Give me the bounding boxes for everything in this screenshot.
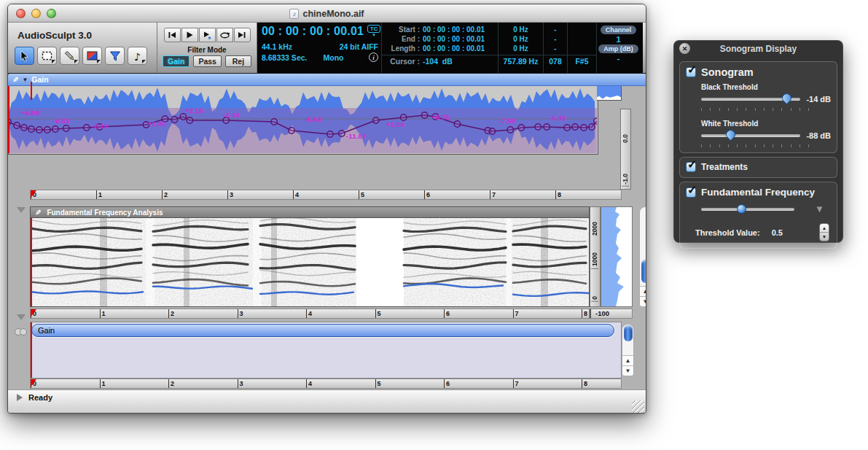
gain-breakpoint[interactable] xyxy=(507,127,513,133)
gain-breakpoint[interactable] xyxy=(400,115,406,120)
slider-thumb[interactable] xyxy=(724,128,737,141)
time-ruler-treatments[interactable]: 012345678 xyxy=(30,379,622,389)
gain-breakpoint[interactable] xyxy=(564,125,570,131)
gain-filter-pane[interactable]: ✎ ▼ Gain +0.00-6.83-2.16+1.80+2.16-2.16-… xyxy=(8,74,598,155)
gain-breakpoint[interactable] xyxy=(454,121,460,127)
gain-breakpoint[interactable] xyxy=(535,124,541,130)
collapse-sonogram-icon[interactable] xyxy=(17,207,26,213)
filter-mode-label: Filter Mode xyxy=(157,46,257,54)
sonogram-scrollbar[interactable]: ▲ ▼ xyxy=(639,206,646,307)
gain-breakpoint[interactable] xyxy=(21,125,27,131)
selection-tool-button[interactable] xyxy=(37,47,57,65)
gain-breakpoint[interactable] xyxy=(327,131,333,137)
playhead-cursor[interactable] xyxy=(31,218,32,306)
minimize-window-button[interactable] xyxy=(31,9,41,18)
collapse-caret-icon[interactable]: ▼ xyxy=(22,77,28,83)
gain-breakpoint[interactable] xyxy=(14,123,20,128)
sonogram-display-palette[interactable]: ✕ Sonogram Display Sonogram Black Thresh… xyxy=(673,40,843,243)
scroll-down-button[interactable]: ▼ xyxy=(622,365,633,376)
gain-breakpoint[interactable] xyxy=(180,114,186,120)
white-threshold-slider[interactable] xyxy=(701,134,800,137)
gain-breakpoint[interactable] xyxy=(52,126,58,132)
filter-tool-button[interactable] xyxy=(105,47,125,65)
gain-breakpoint[interactable] xyxy=(171,117,177,123)
edit-pencil-icon[interactable]: ✎ xyxy=(35,209,41,217)
threshold-stepper[interactable]: ▲ ▼ xyxy=(819,223,829,241)
edit-pencil-icon[interactable]: ✎ xyxy=(12,76,18,84)
scroll-up-button[interactable]: ▲ xyxy=(640,286,646,296)
slider-thumb[interactable] xyxy=(781,91,794,104)
gain-breakpoint[interactable] xyxy=(36,127,42,133)
stepper-up-icon[interactable]: ▲ xyxy=(820,224,829,233)
gain-breakpoint[interactable] xyxy=(84,125,90,131)
info-icon[interactable]: i xyxy=(369,53,378,62)
gain-treatment-bar[interactable]: Gain xyxy=(31,324,614,337)
scrollbar-thumb[interactable] xyxy=(641,260,647,283)
gain-envelope[interactable]: +0.00-6.83-2.16+1.80+2.16-2.16-8.63-11.8… xyxy=(8,86,597,153)
stepper-down-icon[interactable]: ▼ xyxy=(820,233,829,241)
play-button[interactable] xyxy=(181,28,198,42)
scrollbar-thumb[interactable] xyxy=(624,325,633,341)
gain-breakpoint[interactable] xyxy=(28,126,34,132)
black-threshold-slider[interactable] xyxy=(701,98,800,101)
dropdown-caret-icon[interactable]: ▼ xyxy=(815,203,824,214)
filter-mode-rej-button[interactable]: Rej xyxy=(225,55,251,67)
loop-playback-button[interactable] xyxy=(216,28,233,42)
gain-breakpoint[interactable] xyxy=(518,125,524,131)
link-tracks-icon[interactable] xyxy=(15,328,27,335)
window-titlebar[interactable]: ♪ chineMono.aif xyxy=(8,4,646,23)
gain-breakpoint[interactable] xyxy=(594,118,597,124)
arrow-tool-button[interactable] xyxy=(15,47,34,65)
time-ruler-gain[interactable]: 012345678 xyxy=(30,190,622,200)
palette-titlebar[interactable]: ✕ Sonogram Display xyxy=(673,40,843,58)
treatments-scrollbar[interactable]: ▲ ▼ xyxy=(622,324,634,376)
sonogram-header[interactable]: ✎ Fundamental Frequency Analysis xyxy=(30,206,590,218)
playhead-cursor[interactable] xyxy=(31,322,32,378)
go-to-end-button[interactable] xyxy=(234,28,251,42)
treatments-checkbox[interactable] xyxy=(686,162,696,172)
filter-mode-pass-button[interactable]: Pass xyxy=(193,55,222,67)
gain-breakpoint[interactable] xyxy=(63,125,69,131)
collapse-treatments-icon[interactable] xyxy=(17,314,26,320)
filter-mode-gain-button[interactable]: Gain xyxy=(163,55,189,67)
pencil-tool-button[interactable] xyxy=(60,47,79,65)
gain-breakpoint[interactable] xyxy=(373,117,379,123)
channel-badge[interactable]: Channel xyxy=(601,26,637,34)
palette-close-button[interactable]: ✕ xyxy=(679,43,690,54)
zone-tool-button[interactable] xyxy=(82,47,102,65)
gain-breakpoint[interactable] xyxy=(289,128,294,133)
playhead-cursor[interactable] xyxy=(8,86,9,153)
timecode-mode-selector[interactable]: TC ▼ xyxy=(367,25,380,37)
sonogram-pane[interactable] xyxy=(30,218,590,307)
zoom-window-button[interactable] xyxy=(47,9,56,18)
gain-waveform-area[interactable]: +0.00-6.83-2.16+1.80+2.16-2.16-8.63-11.8… xyxy=(8,86,597,153)
play-from-cursor-button[interactable] xyxy=(199,28,216,42)
close-window-button[interactable] xyxy=(16,9,26,18)
go-to-start-button[interactable] xyxy=(164,28,181,42)
gain-breakpoint[interactable] xyxy=(271,119,277,125)
gain-breakpoint[interactable] xyxy=(187,117,192,123)
scroll-down-button[interactable]: ▼ xyxy=(640,296,646,306)
fundamental-threshold-slider[interactable] xyxy=(701,208,794,211)
gain-breakpoint[interactable] xyxy=(421,112,427,118)
resize-grip[interactable] xyxy=(632,400,644,413)
slider-thumb[interactable] xyxy=(737,204,746,214)
gain-breakpoint[interactable] xyxy=(44,127,50,133)
amp-badge[interactable]: Amp (dB) xyxy=(598,44,638,53)
fundamental-frequency-checkbox[interactable] xyxy=(686,187,696,198)
time-ruler-sonogram[interactable]: 012345678 xyxy=(30,309,590,319)
scroll-up-button[interactable]: ▲ xyxy=(622,355,633,365)
gain-breakpoint[interactable] xyxy=(581,125,587,131)
gain-breakpoint[interactable] xyxy=(572,124,578,130)
gain-breakpoint[interactable] xyxy=(339,131,345,136)
gain-pane-header[interactable]: ✎ ▼ Gain xyxy=(8,74,646,86)
playhead-cursor[interactable] xyxy=(31,82,32,100)
note-tool-button[interactable]: ♪ xyxy=(128,47,147,65)
status-disclosure-icon[interactable] xyxy=(17,394,23,401)
gain-breakpoint[interactable] xyxy=(544,124,550,130)
gain-breakpoint[interactable] xyxy=(489,128,495,134)
sonogram-checkbox[interactable] xyxy=(686,67,696,77)
treatments-pane[interactable]: Gain xyxy=(30,322,622,379)
gain-value-label: -2.16 xyxy=(223,111,240,119)
gain-breakpoint[interactable] xyxy=(589,124,595,130)
